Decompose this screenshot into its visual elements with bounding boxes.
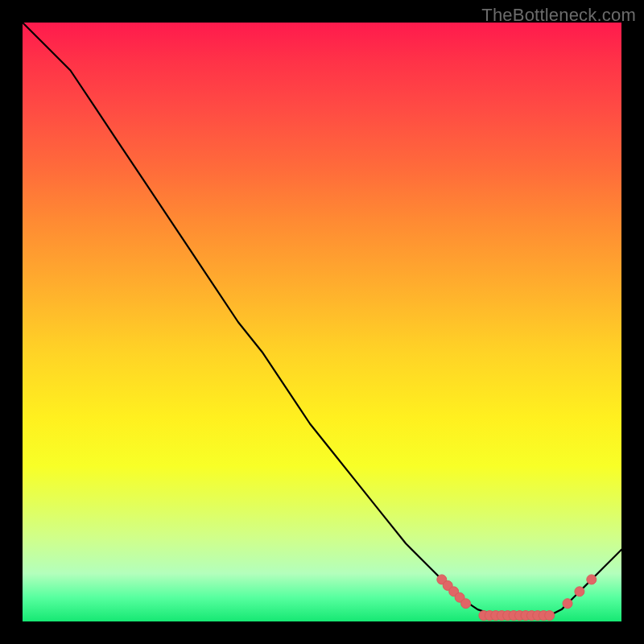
curve-marker [563, 599, 572, 609]
curve-marker [575, 587, 584, 597]
plot-area [23, 23, 621, 621]
bottleneck-curve [23, 23, 621, 616]
chart-frame: TheBottleneck.com [0, 0, 644, 644]
curve-marker [587, 575, 597, 584]
chart-svg [23, 23, 621, 621]
curve-marker [545, 611, 555, 621]
curve-marker [461, 599, 471, 609]
